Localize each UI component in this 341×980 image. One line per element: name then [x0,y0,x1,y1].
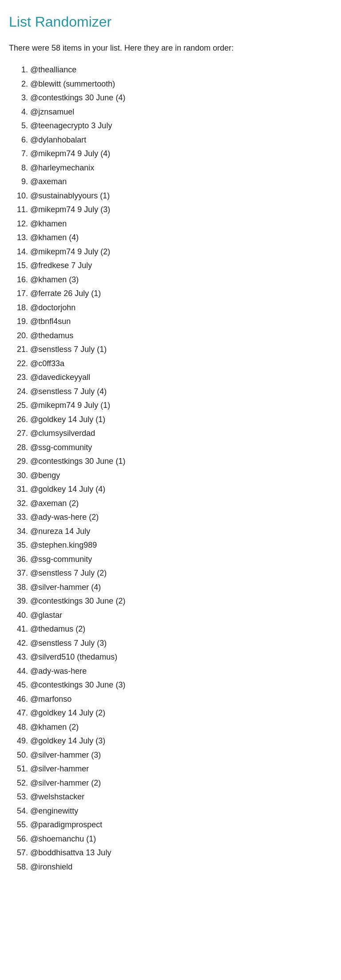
list-item: @ssg-community [30,553,332,567]
list-item: @khamen (3) [30,273,332,287]
list-item: @mikepm74 9 July (4) [30,147,332,161]
list-item: @thedamus (2) [30,622,332,636]
list-item: @dylanhobalart [30,133,332,147]
list-item: @contestkings 30 June (1) [30,454,332,469]
list-item: @ferrate 26 July (1) [30,287,332,301]
list-item: @shoemanchu (1) [30,832,332,846]
list-item: @blewitt (summertooth) [30,77,332,91]
list-item: @khamen (4) [30,231,332,245]
list-item: @goldkey 14 July (2) [30,706,332,720]
list-item: @jznsamuel [30,105,332,119]
list-item: @mikepm74 9 July (2) [30,245,332,259]
list-item: @silverd510 (thedamus) [30,650,332,664]
list-item: @khamen (2) [30,720,332,735]
list-item: @ssg-community [30,441,332,455]
list-item: @davedickeyyall [30,371,332,385]
list-item: @goldkey 14 July (4) [30,482,332,497]
list-item: @ironshield [30,860,332,874]
list-item: @axeman [30,175,332,189]
list-item: @c0ff33a [30,357,332,371]
list-item: @silver-hammer [30,762,332,776]
randomized-list: @thealliance@blewitt (summertooth)@conte… [9,63,332,874]
list-item: @goldkey 14 July (3) [30,734,332,748]
list-item: @khamen [30,217,332,231]
list-item: @sustainablyyours (1) [30,189,332,203]
list-item: @marfonso [30,692,332,707]
intro-text: There were 58 items in your list. Here t… [9,42,332,54]
list-item: @glastar [30,609,332,623]
list-item: @contestkings 30 June (3) [30,678,332,692]
list-item: @bengy [30,469,332,483]
list-item: @thedamus [30,329,332,343]
list-item: @ady-was-here (2) [30,510,332,525]
list-item: @enginewitty [30,804,332,818]
list-item: @clumsysilverdad [30,427,332,441]
list-item: @boddhisattva 13 July [30,846,332,860]
list-item: @ady-was-here [30,664,332,679]
list-item: @nureza 14 July [30,525,332,539]
list-item: @harleymechanix [30,161,332,175]
list-item: @thealliance [30,63,332,77]
list-item: @senstless 7 July (3) [30,636,332,651]
list-item: @doctorjohn [30,301,332,315]
list-item: @contestkings 30 June (2) [30,594,332,609]
list-item: @senstless 7 July (4) [30,385,332,399]
list-item: @silver-hammer (4) [30,581,332,595]
list-item: @stephen.king989 [30,538,332,553]
list-item: @goldkey 14 July (1) [30,413,332,427]
page-title: List Randomizer [9,11,332,33]
list-item: @teenagecrypto 3 July [30,119,332,133]
list-item: @fredkese 7 July [30,259,332,273]
list-item: @tbnfl4sun [30,315,332,329]
list-item: @senstless 7 July (2) [30,566,332,581]
list-item: @mikepm74 9 July (1) [30,399,332,413]
list-item: @welshstacker [30,790,332,804]
list-item: @senstless 7 July (1) [30,343,332,357]
list-item: @silver-hammer (2) [30,776,332,790]
list-item: @axeman (2) [30,497,332,511]
list-item: @silver-hammer (3) [30,748,332,763]
list-item: @mikepm74 9 July (3) [30,203,332,217]
list-item: @contestkings 30 June (4) [30,91,332,105]
list-item: @paradigmprospect [30,818,332,832]
